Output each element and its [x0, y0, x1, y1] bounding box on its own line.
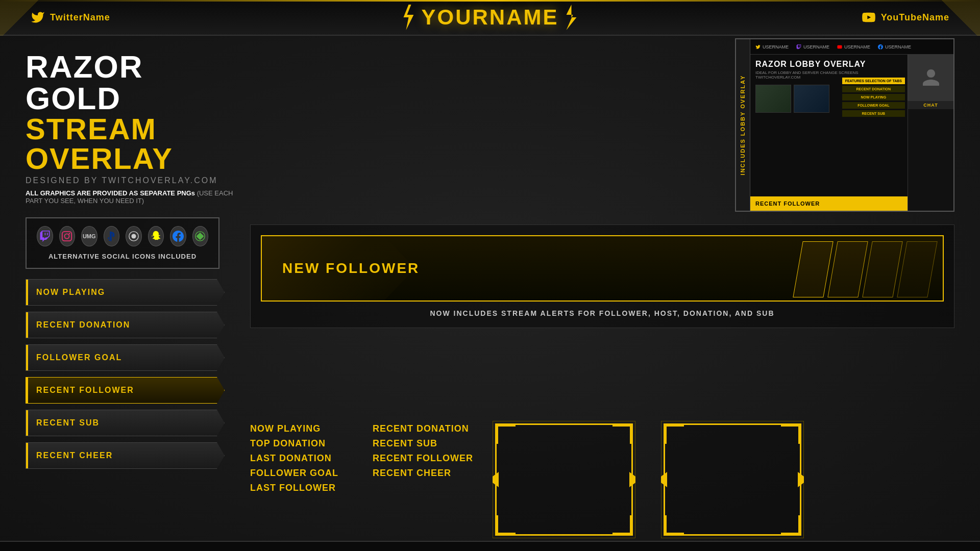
- youtube-icon: [862, 10, 876, 24]
- social-icons-box: UMG: [26, 217, 219, 269]
- feature-item-1: NOW PLAYING: [250, 423, 352, 434]
- tab-deco-2: [827, 241, 868, 297]
- feature-item-7: RECENT SUB: [373, 438, 475, 449]
- lobby-tab-0: FEATURES SELECTION OF TABS: [842, 78, 905, 84]
- buttons-list: NOW PLAYING RECENT DONATION FOLLOWER GOA…: [26, 279, 240, 469]
- feature-item-5: LAST FOLLOWER: [250, 483, 352, 493]
- lobby-follower-bar: RECENT FOLLOWER: [750, 196, 908, 211]
- frame-decoration-1: [495, 423, 633, 536]
- lobby-left-section: RAZOR LOBBY OVERLAY IDEAL FOR LOBBY AND …: [750, 55, 908, 211]
- feature-item-3: LAST DONATION: [250, 453, 352, 464]
- lobby-chat-box: CHAT: [908, 101, 953, 211]
- facebook-social-icon: [170, 226, 186, 246]
- twitch-social-icon: [37, 226, 53, 246]
- tab-deco-4: [897, 241, 937, 297]
- lobby-handle-4: USERNAME: [878, 44, 911, 49]
- title-section: RAZOR GOLD STREAM OVERLAY DESIGNED BY TW…: [26, 51, 240, 205]
- feature-list-col1: NOW PLAYING TOP DONATION LAST DONATION F…: [250, 423, 352, 493]
- instagram-social-icon: [59, 226, 76, 246]
- steam-social-icon: [126, 226, 142, 246]
- title-stream: STREAM OVERLAY: [26, 114, 240, 173]
- new-follower-display: NEW FOLLOWER: [261, 235, 944, 302]
- top-bar: TwitterName YourName YouTubeName: [0, 0, 980, 36]
- lobby-tab-3: FOLLOWER GOAL: [842, 102, 905, 109]
- frame-corner-bl-1: [495, 515, 516, 536]
- frame-notch-r-2: [798, 472, 804, 487]
- svg-marker-0: [403, 5, 413, 30]
- lobby-main: RAZOR LOBBY OVERLAY IDEAL FOR LOBBY AND …: [750, 55, 953, 211]
- lobby-right-section: CHAT: [908, 55, 953, 211]
- svg-rect-3: [62, 232, 71, 241]
- bottom-section: NOW PLAYING TOP DONATION LAST DONATION F…: [250, 423, 954, 536]
- feature-item-2: TOP DONATION: [250, 438, 352, 449]
- svg-point-4: [65, 234, 69, 238]
- umg-social-icon: UMG: [81, 226, 97, 246]
- alerts-section: NEW FOLLOWER NOW INCLUDES STREAM ALERTS …: [250, 224, 954, 328]
- lobby-tab-2: NOW PLAYING: [842, 94, 905, 101]
- subtitle-designed: DESIGNED BY TWITCHOVERLAY.COM: [26, 176, 240, 185]
- frame-corner-tr-2: [781, 423, 801, 444]
- tabs-decoration: [798, 241, 933, 297]
- tab-deco-1: [793, 241, 833, 297]
- frame-corner-br-2: [781, 515, 801, 536]
- lobby-preview: INCLUDES LOBBY OVERLAY USERNAME USERNAME: [735, 38, 954, 212]
- lobby-tab-1: RECENT DONATION: [842, 86, 905, 92]
- social-icons-row: UMG: [37, 226, 208, 246]
- snapchat-social-icon: [148, 226, 164, 246]
- frame-corner-tr-1: [612, 423, 633, 444]
- lobby-chat-label: CHAT: [908, 101, 953, 109]
- social-icons-label: ALTERNATIVE SOCIAL ICONS INCLUDED: [37, 253, 208, 260]
- lobby-handle-3: USERNAME: [837, 44, 870, 49]
- follower-goal-button[interactable]: FOLLOWER GOAL: [26, 344, 225, 371]
- lobby-top-bar: USERNAME USERNAME USERNAME USERNAME: [750, 39, 953, 55]
- feature-item-6: RECENT DONATION: [373, 423, 475, 434]
- playstation-social-icon: [104, 226, 120, 246]
- frame-notch-r-1: [629, 472, 635, 487]
- recent-sub-button[interactable]: RECENT SUB: [26, 410, 225, 436]
- frame-corner-bl-2: [664, 515, 684, 536]
- alerts-bottom-text: NOW INCLUDES STREAM ALERTS FOR FOLLOWER,…: [261, 309, 944, 317]
- xbox-social-icon: [192, 226, 209, 246]
- feature-item-8: RECENT FOLLOWER: [373, 453, 475, 464]
- svg-marker-1: [567, 5, 577, 30]
- title-razor: RAZOR GOLD: [26, 51, 240, 114]
- lightning-right-icon: [567, 5, 579, 30]
- svg-point-5: [69, 233, 70, 235]
- lobby-avatar: [908, 55, 953, 101]
- frame-corner-tl-2: [664, 423, 684, 444]
- tab-deco-3: [862, 241, 902, 297]
- frame-corner-br-1: [612, 515, 633, 536]
- lobby-title: RAZOR LOBBY OVERLAY: [755, 60, 902, 69]
- now-playing-button[interactable]: NOW PLAYING: [26, 279, 225, 306]
- lobby-tab-4: RECENT SUB: [842, 110, 905, 117]
- subtitle-graphics: ALL GRAPHICS ARE PROVIDED AS SEPARATE PN…: [26, 189, 240, 205]
- lobby-handle-2: USERNAME: [796, 44, 829, 49]
- feature-item-9: RECENT CHEER: [373, 468, 475, 479]
- svg-point-7: [131, 234, 136, 238]
- feature-item-4: FOLLOWER GOAL: [250, 468, 352, 479]
- feature-list-col2: RECENT DONATION RECENT SUB RECENT FOLLOW…: [373, 423, 475, 479]
- main-title: YourName: [421, 5, 558, 30]
- frame-notch-l-1: [493, 472, 499, 487]
- recent-follower-button[interactable]: RECENT FOLLOWER: [26, 377, 225, 404]
- recent-cheer-button[interactable]: RECENT CHEER: [26, 442, 225, 469]
- recent-donation-button[interactable]: RECENT DONATION: [26, 312, 225, 338]
- lobby-handle-1: USERNAME: [755, 44, 789, 49]
- lobby-thumb-2: [794, 85, 829, 113]
- lobby-tabs: FEATURES SELECTION OF TABS RECENT DONATI…: [842, 78, 905, 117]
- new-follower-label: NEW FOLLOWER: [282, 260, 420, 277]
- lobby-content: USERNAME USERNAME USERNAME USERNAME: [750, 39, 953, 211]
- page-bottom-bar: [0, 541, 980, 551]
- lightning-left-icon: [401, 5, 413, 30]
- frame-notch-l-2: [661, 472, 667, 487]
- lobby-thumb-1: [755, 85, 791, 113]
- left-column: RAZOR GOLD STREAM OVERLAY DESIGNED BY TW…: [26, 51, 240, 536]
- frame-corner-tl-1: [495, 423, 516, 444]
- lobby-side-label: INCLUDES LOBBY OVERLAY: [736, 39, 750, 211]
- frame-decoration-2: [664, 423, 801, 536]
